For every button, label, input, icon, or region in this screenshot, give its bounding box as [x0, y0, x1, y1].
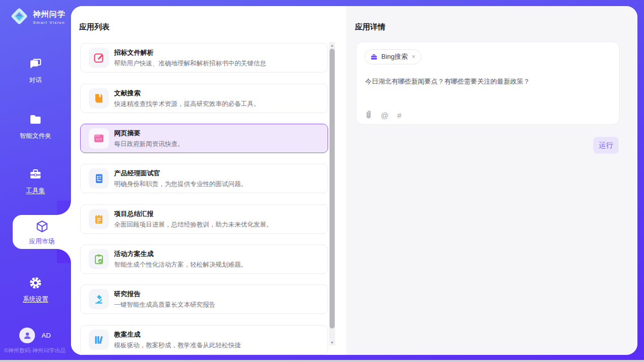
logo-subtitle: Smart Vision [33, 20, 65, 25]
app-card-event-plan[interactable]: 活动方案生成 智能生成个性化活动方案，轻松解决规划难题。 [80, 244, 328, 274]
books-icon [89, 330, 109, 350]
app-card-desc: 明确身份和职责，为您提供专业性的面试问题。 [114, 180, 247, 189]
app-card-title: 网页摘要 [114, 129, 184, 138]
briefcase-icon [28, 167, 43, 182]
avatar[interactable] [19, 328, 35, 343]
app-card-desc: 一键智能生成高质量长文本研究报告 [114, 301, 216, 309]
app-card-title: 研究报告 [114, 289, 216, 299]
active-tab-curve-bottom [57, 249, 71, 263]
paperclip-icon[interactable] [365, 110, 372, 120]
app-card-desc: 模板驱动，教案秒成，教学准备从此轻松快捷 [114, 341, 241, 350]
sidebar-item-settings[interactable]: 系统设置 [0, 276, 71, 304]
app-list-scrollbar[interactable]: ▲ ▼ [329, 42, 335, 345]
sidebar-item-toolset[interactable]: 工具集 [0, 167, 71, 195]
app-card-title: 项目总结汇报 [114, 209, 273, 219]
sidebar-item-label: 智能文件夹 [20, 132, 52, 139]
sidebar-item-label: 对话 [29, 77, 42, 84]
person-icon [23, 331, 32, 340]
prompt-input[interactable]: 今日湖北有哪些新闻要点？有哪些需要关注的最新政策？ [365, 77, 611, 87]
sidebar-item-chat[interactable]: 对话 [0, 57, 71, 85]
app-card-literature-search[interactable]: 文献搜索 快速精准查找学术资源，提高研究效率的必备工具。 [80, 84, 328, 113]
edit-square-icon [89, 48, 109, 68]
run-button[interactable]: 运行 [593, 137, 619, 154]
briefcase-icon [370, 53, 378, 61]
app-card-desc: 快速精准查找学术资源，提高研究效率的必备工具。 [114, 100, 260, 108]
sidebar-item-app-market[interactable]: 应用市场 [13, 215, 71, 249]
app-card-desc: 智能生成个性化活动方案，轻松解决规划难题。 [114, 261, 247, 269]
app-list-panel: 应用列表 招标文件解析 帮助用户快速、准确地理解和解析招标书中的关键信息 [71, 6, 346, 355]
sidebar-item-smart-folder[interactable]: 智能文件夹 [0, 113, 71, 140]
app-list-title: 应用列表 [79, 22, 110, 32]
user-account[interactable]: AD [19, 328, 51, 343]
sidebar-item-label: 应用市场 [29, 238, 55, 245]
app-card-desc: 每日政府新闻资讯快查。 [114, 140, 184, 149]
app-card-title: 招标文件解析 [114, 48, 266, 57]
main-pane: 应用列表 招标文件解析 帮助用户快速、准确地理解和解析招标书中的关键信息 [71, 6, 637, 355]
folder-icon [28, 113, 43, 127]
tool-chip-bing-search[interactable]: Bing搜索 × [365, 49, 421, 64]
svg-text:</>: </> [96, 138, 102, 141]
copyright-footer: ©神州数码·神州问学出品 [4, 347, 66, 354]
sidebar-item-label: 系统设置 [23, 296, 48, 303]
app-card-title: 文献搜索 [114, 89, 260, 98]
app-detail-title: 应用详情 [355, 22, 385, 32]
cube-icon [34, 219, 50, 234]
hash-icon[interactable]: # [397, 111, 401, 120]
close-icon[interactable]: × [411, 53, 416, 60]
microscope-icon [89, 289, 109, 309]
browser-code-icon: </> [89, 128, 109, 149]
app-card-pm-interviewer[interactable]: 产品经理面试官 明确身份和职责，为您提供专业性的面试问题。 [80, 164, 328, 193]
at-icon[interactable]: @ [381, 111, 388, 120]
sidebar-item-label: 工具集 [26, 187, 45, 194]
clipboard-check-icon [89, 249, 109, 269]
app-card-title: 活动方案生成 [114, 249, 247, 259]
app-card-web-summary[interactable]: </> 网页摘要 每日政府新闻资讯快查。 [80, 124, 328, 153]
resume-icon [89, 168, 109, 189]
sidebar: 神州问学 Smart Vision 对话 智能文件夹 [0, 0, 71, 362]
app-card-research-report[interactable]: 研究报告 一键智能生成高质量长文本研究报告 [80, 284, 328, 314]
app-card-bid-analysis[interactable]: 招标文件解析 帮助用户快速、准确地理解和解析招标书中的关键信息 [80, 43, 328, 73]
user-name: AD [42, 332, 51, 339]
prompt-composer[interactable]: Bing搜索 × 今日湖北有哪些新闻要点？有哪些需要关注的最新政策？ @ # [356, 42, 620, 125]
app-card-desc: 全面回顾项目进展，总结经验教训，助力未来优化发展。 [114, 221, 273, 229]
app-card-lesson-plan[interactable]: 教案生成 模板驱动，教案秒成，教学准备从此轻松快捷 [80, 325, 328, 354]
chat-icon [28, 57, 43, 71]
app-logo: 神州问学 Smart Vision [9, 6, 65, 28]
active-tab-curve-top [57, 201, 71, 215]
tool-chip-label: Bing搜索 [381, 52, 408, 61]
bottom-edge-strip [0, 360, 644, 362]
scroll-down-icon[interactable]: ▼ [329, 339, 335, 345]
app-card-title: 教案生成 [114, 330, 241, 339]
app-detail-panel: 应用详情 Bing搜索 × 今日湖北有哪些新闻要点？有哪些需要关注的最新政策？ [346, 6, 637, 355]
composer-toolbar: @ # [365, 110, 402, 120]
scrollbar-thumb[interactable] [330, 49, 335, 329]
diamond-logo-icon [9, 6, 29, 28]
book-icon [89, 88, 109, 108]
app-card-title: 产品经理面试官 [114, 169, 247, 178]
logo-title: 神州问学 [33, 10, 65, 19]
gear-icon [28, 276, 43, 290]
notepad-icon [89, 209, 109, 229]
app-card-desc: 帮助用户快速、准确地理解和解析招标书中的关键信息 [114, 59, 266, 68]
scroll-up-icon[interactable]: ▲ [329, 42, 335, 48]
app-card-project-summary[interactable]: 项目总结汇报 全面回顾项目进展，总结经验教训，助力未来优化发展。 [80, 204, 328, 234]
